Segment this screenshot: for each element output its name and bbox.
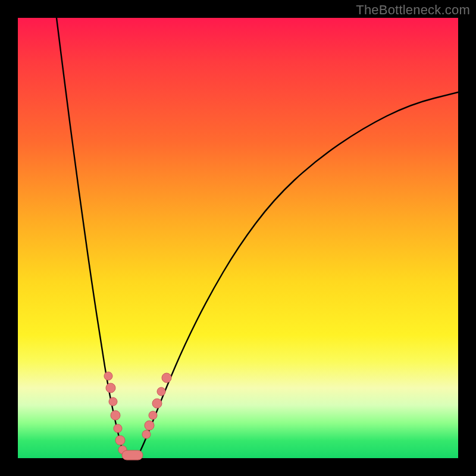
left-marker: [104, 372, 112, 380]
right-marker: [152, 399, 162, 408]
data-markers: [104, 372, 171, 460]
watermark-text: TheBottleneck.com: [356, 2, 470, 18]
plot-area: [18, 18, 458, 458]
left-marker: [114, 424, 122, 433]
left-marker: [115, 436, 125, 445]
right-marker: [162, 373, 171, 383]
left-curve: [57, 18, 126, 458]
bottom-pill-marker: [122, 450, 143, 460]
curve-layer: [18, 18, 458, 458]
left-marker: [111, 411, 120, 420]
left-marker: [106, 383, 115, 393]
chart-stage: TheBottleneck.com: [0, 0, 476, 476]
right-marker: [149, 411, 157, 419]
right-marker: [157, 387, 165, 396]
right-marker: [145, 421, 154, 430]
right-marker: [142, 430, 151, 439]
left-marker: [109, 397, 117, 406]
right-curve: [137, 92, 458, 458]
